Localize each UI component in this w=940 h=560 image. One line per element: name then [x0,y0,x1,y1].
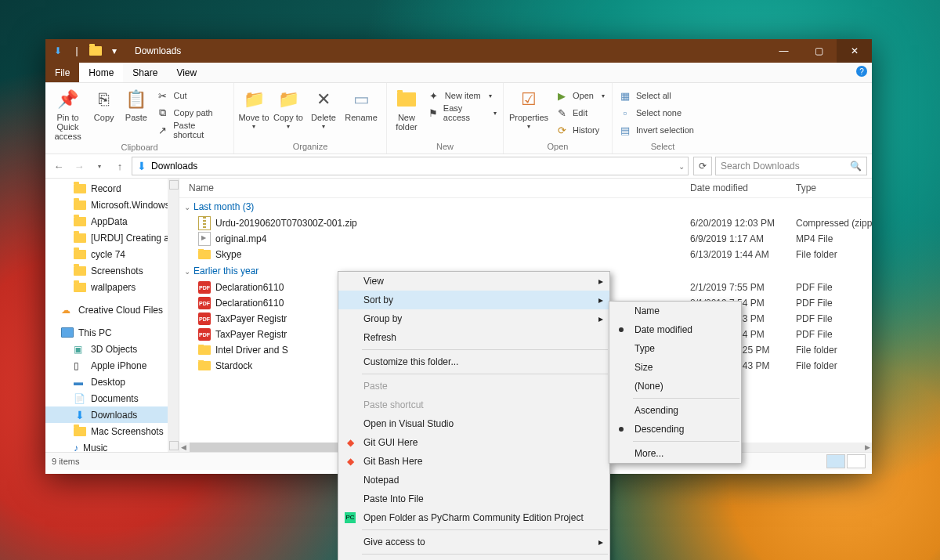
tree-item-label: Screenshots [91,266,143,276]
edit-button[interactable]: ✎Edit [552,105,608,121]
tree-item[interactable]: Record [45,180,179,197]
tree-item[interactable]: ☁Creative Cloud Files [45,302,179,318]
file-row[interactable]: Skype6/13/2019 1:44 AMFile folder [179,247,872,262]
tree-item[interactable]: [URDU] Creating a new c [45,229,179,246]
tree-item-label: 3D Objects [91,344,137,355]
rename-button[interactable]: ▭Rename [342,85,380,122]
tree-item[interactable]: ♪Music [45,439,179,452]
new-item-button[interactable]: ✦New item▾ [425,88,500,103]
qat-dropdown-icon[interactable]: ▾ [108,45,121,57]
copy-to-button[interactable]: 📁Copy to▾ [272,85,305,131]
refresh-button[interactable]: ⟳ [693,157,712,175]
copy-to-icon: 📁 [277,88,300,111]
open-button[interactable]: ▶Open▾ [552,88,608,103]
tree-scrollbar[interactable] [168,179,179,452]
menu-item[interactable]: Type [609,339,741,358]
properties-button[interactable]: ☑Properties▾ [507,85,551,131]
menu-item[interactable]: Size [609,358,741,377]
column-date[interactable]: Date modified [690,182,796,193]
easy-access-button[interactable]: ⚑Easy access▾ [425,105,500,121]
menu-item[interactable]: Give access to▸ [338,533,609,551]
menu-item[interactable]: Name [609,302,741,320]
menu-item[interactable]: Open in Visual Studio [338,414,609,433]
paste-button[interactable]: 📋Paste [121,85,151,122]
search-input[interactable]: Search Downloads 🔍 [715,157,867,175]
column-headers[interactable]: Name Date modified Type [179,179,872,198]
menu-item[interactable]: Refresh [338,328,609,347]
file-row[interactable]: Urdu-20190620T070300Z-001.zip6/20/2019 1… [179,215,872,231]
menu-item[interactable]: Descending [609,420,741,439]
maximize-button[interactable]: ▢ [801,39,837,63]
select-all-button[interactable]: ▦Select all [616,88,697,103]
minimize-button[interactable]: — [766,39,801,63]
cut-button[interactable]: ✂Cut [154,88,230,103]
menu-item[interactable]: Paste Into File [338,490,609,508]
menu-item[interactable]: ◆Git Bash Here [338,452,609,471]
copy-button[interactable]: ⎘Copy [89,85,119,122]
up-button[interactable]: ↑ [111,157,128,175]
menu-item[interactable]: (None) [609,377,741,396]
menu-item[interactable]: Group by▸ [338,309,609,328]
menu-item[interactable]: ◆Git GUI Here [338,433,609,452]
tree-item-label: Mac Screenshots [91,426,164,437]
tree-item[interactable]: ▯Apple iPhone [45,357,179,374]
tree-item[interactable]: ⬇Downloads [45,406,179,423]
back-button[interactable]: ← [50,157,67,175]
large-icons-view-button[interactable] [847,454,866,468]
properties-icon: ☑ [517,88,540,111]
menu-item-label: Type [634,343,655,354]
column-name[interactable]: Name [179,182,690,193]
tree-item[interactable]: Mac Screenshots [45,423,179,439]
tree-item[interactable]: Screenshots [45,262,179,279]
address-bar[interactable]: ⬇ Downloads ⌄ [132,157,689,175]
pin-quick-access-button[interactable]: 📌Pin to Quick access [49,85,87,141]
menu-item[interactable]: Date modified [609,320,741,339]
video-icon [198,232,211,246]
menu-item[interactable]: Notepad [338,471,609,490]
navigation-tree[interactable]: RecordMicrosoft.WindowsTeAppData[URDU] C… [45,179,179,452]
help-icon[interactable]: ? [856,66,867,77]
tree-item[interactable]: This PC [45,324,179,341]
select-none-button[interactable]: ▫Select none [616,105,697,121]
copy-path-button[interactable]: ⧉Copy path [154,105,230,121]
tree-item[interactable]: ▣3D Objects [45,341,179,357]
column-type[interactable]: Type [796,182,872,193]
tree-item[interactable]: Microsoft.WindowsTe [45,197,179,213]
menu-item[interactable]: New▸ [338,557,609,560]
tree-item[interactable]: wallpapers [45,279,179,295]
details-view-button[interactable] [826,454,845,468]
sort-by-submenu: NameDate modifiedTypeSize(None)Ascending… [609,301,742,464]
new-folder-button[interactable]: New folder [390,85,423,132]
tree-item[interactable]: cycle 74 [45,246,179,262]
tab-home[interactable]: Home [79,63,123,82]
move-to-button[interactable]: 📁Move to▾ [237,85,270,131]
tree-item[interactable]: AppData [45,213,179,229]
folder-icon [74,283,86,292]
menu-item[interactable]: More... [609,444,741,463]
menu-item[interactable]: Sort by▸ [338,291,609,309]
invert-selection-button[interactable]: ▤Invert selection [616,122,697,138]
menu-item-label: More... [634,448,663,459]
menu-item[interactable]: Ascending [609,401,741,420]
tab-share[interactable]: Share [123,63,167,82]
menu-item[interactable]: PCOpen Folder as PyCharm Community Editi… [338,508,609,527]
tab-file[interactable]: File [45,63,79,82]
tree-item[interactable]: ▬Desktop [45,374,179,390]
forward-button[interactable]: → [70,157,88,175]
file-name: Declaration6110 [215,298,284,309]
tree-item-label: Music [83,443,107,453]
recent-button[interactable]: ▾ [91,157,108,175]
chevron-down-icon[interactable]: ⌄ [678,162,685,171]
menu-item[interactable]: Customize this folder... [338,352,609,371]
menu-item[interactable]: View▸ [338,272,609,291]
close-button[interactable]: ✕ [837,39,872,63]
menu-item-label: Open Folder as PyCharm Community Edition… [363,512,584,523]
tab-view[interactable]: View [167,63,206,82]
delete-button[interactable]: ✕Delete▾ [306,85,341,131]
file-row[interactable]: original.mp46/9/2019 1:17 AMMP4 File [179,231,872,247]
history-button[interactable]: ⟳History [552,122,608,138]
menu-item-label: Refresh [363,332,396,343]
paste-shortcut-button[interactable]: ↗Paste shortcut [154,122,230,138]
tree-item[interactable]: 📄Documents [45,390,179,406]
group-header[interactable]: ⌄Last month (3) [179,198,872,215]
